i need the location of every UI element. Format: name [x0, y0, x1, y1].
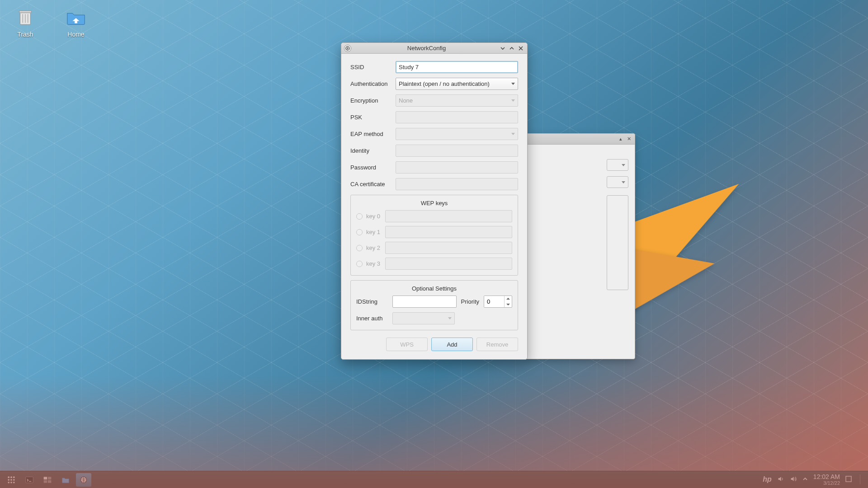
svg-point-6 — [8, 476, 9, 478]
desktop: Trash Home ▴ ✕ NetworkConfig — [0, 0, 868, 488]
svg-point-9 — [8, 479, 9, 481]
psk-label: PSK — [350, 114, 396, 121]
volume-icon[interactable] — [790, 475, 797, 484]
desktop-icon-label: Trash — [3, 31, 48, 38]
network-config-dialog: NetworkConfig SSID Authentication Plaint… — [341, 42, 528, 360]
taskbar: hp 12:02 AM 3/12/22 — [0, 471, 868, 488]
tray-chevron-icon[interactable] — [802, 476, 808, 483]
idstring-label: IDString — [356, 298, 388, 305]
svg-point-10 — [10, 479, 12, 481]
svg-point-12 — [8, 482, 9, 483]
taskbar-network-config-icon[interactable] — [76, 473, 91, 487]
chevron-down-icon — [511, 133, 515, 135]
svg-rect-18 — [44, 480, 47, 483]
clock-time: 12:02 AM — [813, 473, 840, 480]
wep-key-radio — [356, 245, 363, 251]
svg-point-20 — [80, 477, 86, 483]
psk-input — [396, 111, 518, 123]
wep-key-radio — [356, 229, 363, 235]
ca-certificate-input — [396, 178, 518, 190]
svg-rect-1 — [19, 11, 32, 13]
ssid-label: SSID — [350, 64, 396, 70]
trash-icon — [13, 5, 38, 29]
authentication-value: Plaintext (open / no authentication) — [399, 80, 490, 87]
optional-settings-group: Optional Settings IDString Priority Inne… — [350, 280, 518, 330]
spinner-down-icon[interactable] — [505, 302, 512, 308]
background-select[interactable] — [607, 159, 628, 171]
folder-home-icon — [64, 5, 88, 29]
svg-rect-17 — [48, 477, 52, 479]
remove-button: Remove — [476, 338, 518, 351]
clock-date: 3/12/22 — [813, 480, 840, 486]
show-desktop-icon[interactable] — [845, 476, 852, 483]
identity-input — [396, 145, 518, 157]
window-title: NetworkConfig — [354, 45, 499, 52]
svg-point-7 — [10, 476, 12, 478]
encryption-value: None — [399, 97, 413, 104]
wep-key-input-2 — [385, 242, 512, 254]
wep-key-radio — [356, 213, 363, 220]
close-icon[interactable]: ✕ — [626, 136, 632, 142]
desktop-icon-home[interactable]: Home — [53, 5, 99, 38]
authentication-label: Authentication — [350, 80, 396, 87]
svg-point-21 — [80, 477, 86, 483]
close-button[interactable] — [517, 45, 524, 52]
system-tray: hp 12:02 AM 3/12/22 — [763, 473, 864, 486]
svg-rect-19 — [48, 480, 52, 483]
authentication-select[interactable]: Plaintext (open / no authentication) — [396, 78, 518, 90]
wep-key-label: key 2 — [366, 244, 385, 251]
show-desktop-strip[interactable] — [860, 474, 864, 484]
background-window[interactable]: ▴ ✕ — [524, 133, 635, 359]
taskbar-files-icon[interactable] — [58, 473, 73, 487]
wep-key-label: key 0 — [366, 213, 385, 220]
wep-key-radio — [356, 261, 363, 267]
app-icon — [344, 45, 351, 52]
chevron-down-icon — [511, 83, 515, 85]
wep-key-label: key 1 — [366, 229, 385, 235]
encryption-label: Encryption — [350, 97, 396, 104]
chevron-down-icon — [448, 317, 452, 319]
encryption-select: None — [396, 94, 518, 107]
maximize-button[interactable] — [508, 45, 515, 52]
background-select[interactable] — [607, 176, 628, 188]
taskbar-workspaces-icon[interactable] — [40, 473, 55, 487]
priority-input[interactable] — [484, 296, 504, 307]
svg-point-8 — [13, 476, 15, 478]
taskbar-terminal-icon[interactable] — [22, 473, 37, 487]
wep-key-input-1 — [385, 226, 512, 238]
svg-point-13 — [10, 482, 12, 483]
wep-key-row: key 3 — [356, 258, 512, 270]
desktop-icon-trash[interactable]: Trash — [3, 5, 48, 38]
wep-keys-group: WEP keys key 0 key 1 key 2 — [350, 195, 518, 276]
inner-auth-label: Inner auth — [356, 315, 388, 322]
password-label: Password — [350, 164, 396, 171]
minimize-button[interactable] — [499, 45, 506, 52]
wep-key-row: key 0 — [356, 210, 512, 222]
priority-spinner[interactable] — [484, 296, 512, 308]
wep-key-label: key 3 — [366, 260, 385, 267]
add-button[interactable]: Add — [431, 338, 473, 351]
spinner-up-icon[interactable] — [505, 296, 512, 302]
ca-certificate-label: CA certificate — [350, 181, 396, 188]
wep-key-input-0 — [385, 210, 512, 222]
idstring-input[interactable] — [392, 296, 457, 308]
wep-key-row: key 2 — [356, 242, 512, 254]
svg-point-11 — [13, 479, 15, 481]
brand-logo: hp — [763, 475, 772, 483]
wps-button: WPS — [386, 338, 428, 351]
volume-icon[interactable] — [777, 475, 784, 484]
eap-method-label: EAP method — [350, 131, 396, 137]
ssid-input[interactable] — [396, 61, 518, 73]
titlebar[interactable]: NetworkConfig — [341, 43, 527, 54]
maximize-icon[interactable]: ▴ — [618, 136, 624, 142]
svg-point-14 — [13, 482, 15, 483]
wep-key-input-3 — [385, 258, 512, 270]
start-menu-button[interactable] — [4, 473, 19, 487]
svg-rect-16 — [44, 477, 47, 479]
desktop-icon-label: Home — [53, 31, 99, 38]
chevron-down-icon — [511, 99, 515, 102]
identity-label: Identity — [350, 147, 396, 154]
inner-auth-select — [392, 312, 455, 324]
svg-rect-22 — [846, 476, 851, 482]
taskbar-clock[interactable]: 12:02 AM 3/12/22 — [813, 473, 840, 486]
